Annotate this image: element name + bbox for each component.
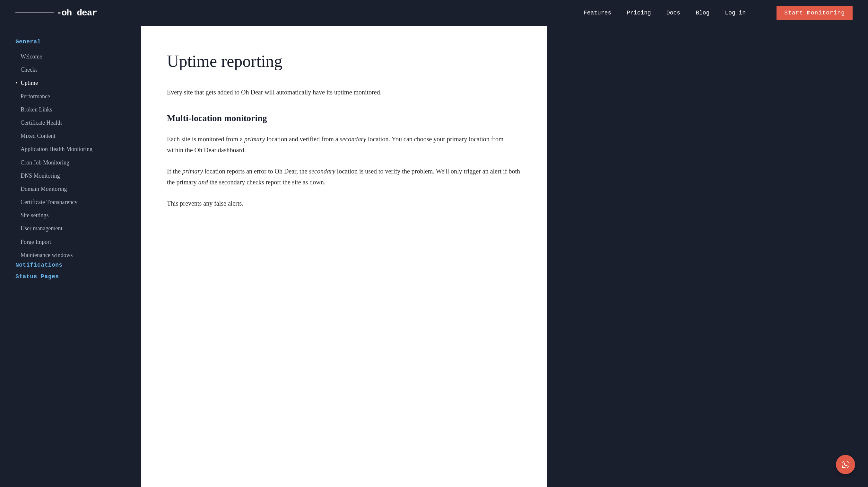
sidebar-item-welcome[interactable]: Welcome [16,50,131,63]
sidebar-link-cron-job[interactable]: Cron Job Monitoring [21,159,69,167]
logo[interactable]: -oh dear [16,8,97,18]
nav-links: Features Pricing Docs Blog Log in Start … [584,10,852,16]
logo-text: -oh dear [57,8,97,18]
sidebar-link-broken-links[interactable]: Broken Links [21,106,52,114]
sidebar-link-mixed-content[interactable]: Mixed Content [21,132,56,140]
sidebar-link-certificate-health[interactable]: Certificate Health [21,119,62,127]
section1-p2-before: If the [167,168,182,175]
section1-heading: Multi-location monitoring [167,113,521,123]
sidebar-link-site-settings[interactable]: Site settings [21,211,49,220]
section1-p2-primary: primary [182,168,203,175]
sidebar-link-checks[interactable]: Checks [21,66,37,74]
section1-paragraph3: This prevents any false alerts. [167,198,521,209]
sidebar-link-uptime[interactable]: Uptime [21,79,38,87]
sidebar-link-performance[interactable]: Performance [21,92,50,101]
page-layout: General Welcome Checks Uptime Performanc… [0,26,868,487]
section1-p2-and: and [198,179,208,186]
sidebar-link-forge-import[interactable]: Forge Import [21,238,51,246]
sidebar-section-general-label: General [16,38,131,45]
sidebar-item-certificate-transparency[interactable]: Certificate Transparency [16,196,131,209]
sidebar-section-notifications-label: Notifications [16,262,131,268]
chat-button[interactable] [836,455,855,474]
sidebar-item-checks[interactable]: Checks [16,63,131,77]
sidebar-item-forge-import[interactable]: Forge Import [16,235,131,249]
nav-features[interactable]: Features [584,10,611,16]
nav-login[interactable]: Log in [725,10,746,16]
navigation: -oh dear Features Pricing Docs Blog Log … [0,0,868,26]
section1-paragraph2: If the primary location reports an error… [167,166,521,188]
main-content: Uptime reporting Every site that gets ad… [141,26,547,487]
section1-paragraph1: Each site is monitored from a primary lo… [167,134,521,155]
start-monitoring-button[interactable]: Start monitoring [776,6,852,20]
sidebar-item-certificate-health[interactable]: Certificate Health [16,116,131,130]
section1-p2-end: the secondary checks report the site as … [208,179,326,186]
section1-p1-before: Each site is monitored from a [167,136,244,143]
section1-p1-middle: location and verified from a [265,136,340,143]
sidebar-section-notifications: Notifications [16,262,131,268]
section1-p2-middle: location reports an error to Oh Dear, th… [203,168,309,175]
nav-blog[interactable]: Blog [695,10,709,16]
sidebar-link-domain-monitoring[interactable]: Domain Monitoring [21,185,67,193]
sidebar-item-mixed-content[interactable]: Mixed Content [16,130,131,143]
sidebar-link-maintenance-windows[interactable]: Maintenance windows [21,251,72,259]
section1-p1-primary: primary [244,136,265,143]
sidebar-item-maintenance-windows[interactable]: Maintenance windows [16,249,131,262]
sidebar-item-broken-links[interactable]: Broken Links [16,103,131,116]
sidebar-link-welcome[interactable]: Welcome [21,53,42,61]
sidebar-item-dns-monitoring[interactable]: DNS Monitoring [16,169,131,182]
sidebar-link-dns-monitoring[interactable]: DNS Monitoring [21,172,60,180]
intro-paragraph: Every site that gets added to Oh Dear wi… [167,87,521,98]
sidebar-section-status-pages-label: Status Pages [16,274,131,280]
section1-p1-secondary: secondary [340,136,366,143]
sidebar: General Welcome Checks Uptime Performanc… [0,26,141,487]
sidebar-link-application-health[interactable]: Application Health Monitoring [21,145,92,153]
sidebar-item-site-settings[interactable]: Site settings [16,209,131,222]
chat-icon [841,460,850,469]
sidebar-item-performance[interactable]: Performance [16,90,131,103]
sidebar-item-cron-job[interactable]: Cron Job Monitoring [16,156,131,169]
sidebar-section-status-pages: Status Pages [16,274,131,280]
sidebar-item-domain-monitoring[interactable]: Domain Monitoring [16,182,131,196]
page-title: Uptime reporting [167,51,521,71]
sidebar-item-uptime[interactable]: Uptime [16,77,131,90]
nav-docs[interactable]: Docs [666,10,680,16]
sidebar-link-user-management[interactable]: User management [21,225,62,233]
content-body: Every site that gets added to Oh Dear wi… [167,87,521,209]
sidebar-item-application-health[interactable]: Application Health Monitoring [16,143,131,156]
sidebar-item-user-management[interactable]: User management [16,222,131,235]
sidebar-link-certificate-transparency[interactable]: Certificate Transparency [21,198,78,206]
logo-line [16,12,54,13]
nav-pricing[interactable]: Pricing [627,10,651,16]
sidebar-section-general: General Welcome Checks Uptime Performanc… [16,38,131,262]
section1-p2-secondary: secondary [309,168,335,175]
